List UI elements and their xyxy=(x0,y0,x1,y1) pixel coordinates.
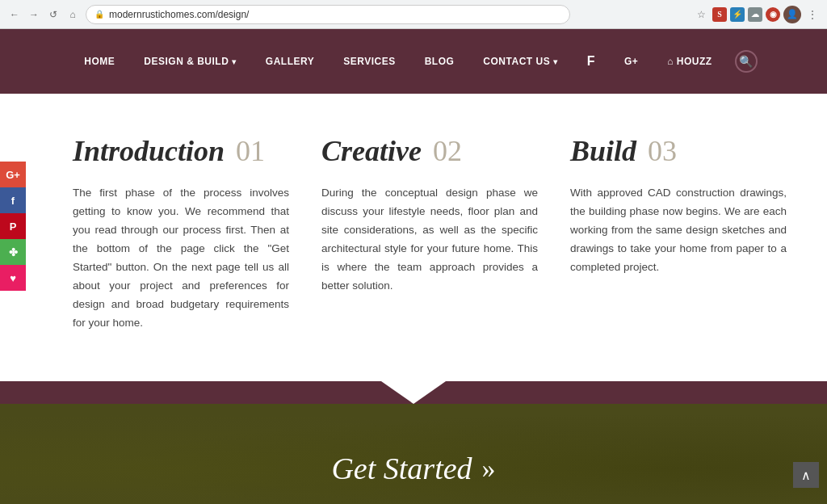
arrow-divider xyxy=(0,381,827,404)
user-avatar[interactable]: 👤 xyxy=(783,6,801,23)
social-facebook[interactable]: f xyxy=(0,187,26,213)
nav-item-googleplus[interactable]: G+ xyxy=(610,56,653,67)
nav-items: HOME DESIGN & BUILD ▾ GALLERY SERVICES B… xyxy=(69,54,726,69)
back-to-top-button[interactable]: ∧ xyxy=(793,462,819,488)
column-2-title: Creative xyxy=(321,134,422,168)
column-1-title: Introduction xyxy=(73,134,225,168)
get-started-button[interactable]: Get Started » xyxy=(331,451,495,486)
column-1-text: The first phase of the process involves … xyxy=(73,184,289,333)
column-creative: Creative 02 During the conceptual design… xyxy=(321,134,538,333)
column-3-number: 03 xyxy=(648,134,677,168)
dropdown-arrow-design: ▾ xyxy=(232,57,237,66)
bookmark-button[interactable]: ☆ xyxy=(693,6,709,23)
social-pinterest[interactable]: P xyxy=(0,213,26,239)
url-text: modernrustichomes.com/design/ xyxy=(109,9,249,20)
address-bar[interactable]: 🔒 modernrustichomes.com/design/ xyxy=(86,5,570,24)
search-icon: 🔍 xyxy=(739,55,753,69)
forward-button[interactable]: → xyxy=(26,6,42,23)
ext-icon-2: ⚡ xyxy=(730,7,745,22)
browser-controls: ← → ↺ ⌂ xyxy=(6,6,81,23)
nav-item-facebook[interactable]: f xyxy=(573,54,610,69)
nav-item-houzz[interactable]: ⌂ HOUZZ xyxy=(653,56,726,67)
menu-button[interactable]: ⋮ xyxy=(804,6,821,23)
dropdown-arrow-contact: ▾ xyxy=(553,57,558,66)
arrow-down-icon xyxy=(381,381,446,404)
social-google-plus[interactable]: G+ xyxy=(0,162,26,187)
column-1-heading: Introduction 01 xyxy=(73,134,289,168)
column-build: Build 03 With approved CAD construction … xyxy=(570,134,787,333)
social-favorite[interactable]: ♥ xyxy=(0,265,26,291)
nav-item-home[interactable]: HOME xyxy=(69,56,129,67)
browser-icons: ☆ S ⚡ ☁ ◉ 👤 ⋮ xyxy=(693,6,821,23)
column-3-text: With approved CAD construction drawings,… xyxy=(570,184,787,277)
ext-icon-1: S xyxy=(712,7,727,22)
get-started-label: Get Started xyxy=(331,451,472,486)
column-2-heading: Creative 02 xyxy=(321,134,538,168)
column-2-number: 02 xyxy=(433,134,462,168)
chevron-up-icon: ∧ xyxy=(801,468,811,483)
nav-item-services[interactable]: SERVICES xyxy=(329,56,409,67)
back-button[interactable]: ← xyxy=(6,6,23,23)
column-1-number: 01 xyxy=(236,134,265,168)
nav-search-button[interactable]: 🔍 xyxy=(735,50,758,73)
reload-button[interactable]: ↺ xyxy=(45,6,61,23)
home-button[interactable]: ⌂ xyxy=(65,6,81,23)
nav-item-gallery[interactable]: GALLERY xyxy=(251,56,329,67)
ext-icon-3: ☁ xyxy=(748,7,762,22)
double-chevron-icon: » xyxy=(482,453,496,484)
nav-item-design-build[interactable]: DESIGN & BUILD ▾ xyxy=(129,56,251,67)
main-nav: HOME DESIGN & BUILD ▾ GALLERY SERVICES B… xyxy=(0,29,827,94)
column-3-heading: Build 03 xyxy=(570,134,787,168)
lock-icon: 🔒 xyxy=(94,10,104,19)
column-2-text: During the conceptual design phase we di… xyxy=(321,184,538,296)
main-content: Introduction 01 The first phase of the p… xyxy=(0,94,827,381)
social-share[interactable]: ✤ xyxy=(0,239,26,265)
ext-icon-4: ◉ xyxy=(766,7,780,22)
nav-item-contact[interactable]: CONTACT US ▾ xyxy=(468,56,572,67)
nav-item-blog[interactable]: BLOG xyxy=(410,56,469,67)
get-started-section: Get Started » xyxy=(0,404,827,505)
browser-chrome: ← → ↺ ⌂ 🔒 modernrustichomes.com/design/ … xyxy=(0,0,827,29)
column-3-title: Build xyxy=(570,134,636,168)
content-columns: Introduction 01 The first phase of the p… xyxy=(73,134,787,333)
social-sidebar: G+ f P ✤ ♥ xyxy=(0,162,26,291)
column-introduction: Introduction 01 The first phase of the p… xyxy=(73,134,289,333)
